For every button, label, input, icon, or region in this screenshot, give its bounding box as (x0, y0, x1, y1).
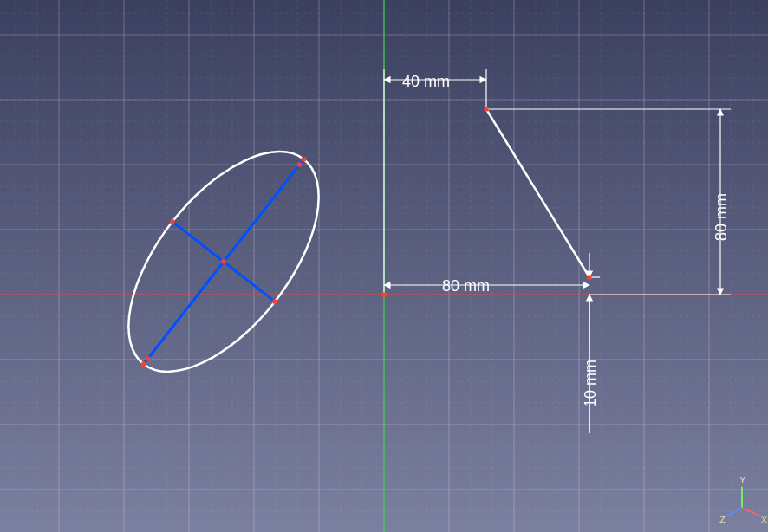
svg-rect-96 (141, 362, 146, 367)
svg-rect-100 (146, 356, 150, 360)
dimension-80mm-vertical[interactable]: 80 mm (486, 109, 731, 295)
dimension-label: 80 mm (713, 193, 730, 241)
sketch-line[interactable] (486, 109, 589, 277)
dimension-10mm[interactable]: 10 mm (582, 253, 600, 433)
svg-rect-94 (222, 260, 226, 264)
svg-line-106 (726, 508, 742, 516)
dimension-label: 80 mm (442, 277, 490, 295)
dimension-label: 10 mm (582, 360, 599, 407)
axis-z-label: Z (719, 515, 726, 525)
dimension-label: 40 mm (402, 73, 450, 90)
axis-y-label: Y (739, 475, 746, 485)
svg-rect-101 (382, 293, 387, 297)
svg-rect-102 (485, 107, 489, 112)
svg-rect-103 (588, 276, 592, 280)
svg-rect-97 (273, 300, 277, 304)
svg-rect-95 (302, 157, 306, 161)
cad-canvas[interactable]: 40 mm 80 mm 80 mm 10 mm Y Z X (0, 0, 768, 532)
svg-rect-99 (297, 163, 302, 167)
navigation-axes-icon[interactable]: Y Z X (719, 475, 768, 525)
dimension-80mm-horizontal[interactable]: 80 mm (384, 277, 589, 295)
axis-x-label: X (761, 515, 768, 525)
svg-line-105 (742, 508, 761, 516)
svg-rect-98 (170, 219, 174, 224)
sketch-points (141, 107, 591, 367)
